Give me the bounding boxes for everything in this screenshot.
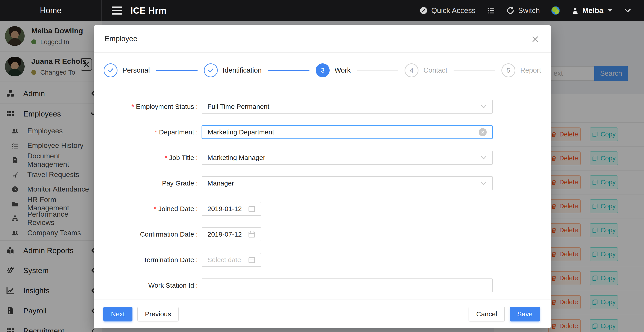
app-brand: ICE Hrm bbox=[130, 6, 166, 16]
form-row-pay-grade: Pay GradeManager bbox=[94, 176, 551, 190]
collapse-navbar-button[interactable] bbox=[624, 7, 632, 14]
user-icon bbox=[572, 7, 579, 14]
date-input-termination-date[interactable]: Select date bbox=[202, 253, 261, 267]
step-connector bbox=[156, 70, 198, 71]
field-value: Manager bbox=[208, 180, 234, 187]
field-label: Work Station Id bbox=[94, 282, 198, 289]
required-asterisk: * bbox=[154, 128, 157, 136]
required-asterisk: * bbox=[165, 154, 168, 161]
clear-input-icon[interactable] bbox=[479, 128, 487, 136]
select-input-job-title[interactable]: Marketing Manager bbox=[202, 151, 493, 165]
form-row-job-title: *Job TitleMarketing Manager bbox=[94, 151, 551, 165]
step-number-circle: 3 bbox=[316, 63, 330, 77]
field-label: Pay Grade bbox=[94, 180, 198, 187]
calendar-icon bbox=[248, 231, 255, 238]
field-label: Termination Date bbox=[94, 256, 198, 264]
step-connector bbox=[268, 70, 310, 71]
cancel-button[interactable]: Cancel bbox=[468, 307, 504, 321]
field-value: 2019-07-12 bbox=[208, 231, 242, 238]
calendar-icon bbox=[248, 205, 255, 212]
modal-title: Employee bbox=[104, 35, 138, 43]
field-label: Confirmation Date bbox=[94, 231, 198, 238]
field-label: *Joined Date bbox=[94, 205, 198, 213]
language-globe-icon[interactable] bbox=[551, 6, 560, 15]
top-navbar: Home ICE Hrm Quick Access bbox=[0, 0, 644, 21]
modal-close-button[interactable] bbox=[529, 33, 542, 46]
step-label: Personal bbox=[122, 66, 150, 74]
field-value: Marketing Department bbox=[208, 128, 274, 136]
x-icon bbox=[481, 130, 485, 134]
select-input-pay-grade[interactable]: Manager bbox=[202, 176, 493, 190]
switch-user-button[interactable]: Switch bbox=[506, 6, 540, 15]
nav-home[interactable]: Home bbox=[0, 0, 102, 21]
step-report[interactable]: 5Report bbox=[502, 63, 541, 77]
switch-icon bbox=[506, 7, 514, 15]
form-row-joined-date: *Joined Date2019-01-12 bbox=[94, 202, 551, 216]
select-arrow bbox=[480, 103, 487, 110]
save-button[interactable]: Save bbox=[510, 307, 540, 321]
user-label: Melba bbox=[582, 6, 603, 15]
field-label: *Employment Status bbox=[94, 103, 198, 110]
step-label: Work bbox=[334, 66, 351, 74]
compass-icon bbox=[420, 7, 428, 15]
select-input-employment-status[interactable]: Full Time Permanent bbox=[202, 100, 493, 114]
form-row-confirmation-date: Confirmation Date2019-07-12 bbox=[94, 227, 551, 241]
calendar-icon bbox=[248, 256, 255, 263]
quick-access-button[interactable]: Quick Access bbox=[420, 6, 476, 15]
step-connector bbox=[357, 70, 398, 71]
field-value: 2019-01-12 bbox=[208, 205, 242, 213]
step-work[interactable]: 3Work bbox=[316, 63, 351, 77]
required-asterisk: * bbox=[132, 103, 134, 110]
select-arrow bbox=[480, 180, 487, 187]
field-value: Marketing Manager bbox=[208, 154, 265, 161]
date-input-joined-date[interactable]: 2019-01-12 bbox=[202, 202, 261, 216]
step-identification[interactable]: Identification bbox=[204, 63, 262, 77]
step-check-circle bbox=[104, 63, 118, 77]
text-input-work-station-id[interactable] bbox=[202, 278, 493, 292]
checklist-icon bbox=[487, 7, 495, 14]
next-button[interactable]: Next bbox=[104, 307, 132, 321]
date-input-confirmation-date[interactable]: 2019-07-12 bbox=[202, 227, 261, 241]
step-connector bbox=[454, 70, 495, 71]
field-placeholder: Select date bbox=[208, 256, 241, 264]
quick-access-label: Quick Access bbox=[431, 6, 476, 15]
step-check-circle bbox=[204, 63, 218, 77]
step-contact[interactable]: 4Contact bbox=[404, 63, 447, 77]
work-step-form: *Employment StatusFull Time Permanent*De… bbox=[94, 88, 551, 299]
step-label: Report bbox=[520, 66, 541, 74]
wizard-steps: PersonalIdentification3Work4Contact5Repo… bbox=[94, 53, 551, 88]
task-list-button[interactable] bbox=[487, 7, 495, 14]
modal-header: Employee bbox=[94, 25, 551, 53]
check-icon bbox=[107, 67, 114, 74]
check-icon bbox=[207, 67, 214, 74]
step-personal[interactable]: Personal bbox=[104, 63, 150, 77]
caret-down-icon bbox=[608, 9, 612, 12]
previous-button[interactable]: Previous bbox=[138, 307, 179, 321]
employee-modal: Employee PersonalIdentification3Work4Con… bbox=[94, 25, 551, 328]
hamburger-menu-icon[interactable] bbox=[112, 7, 122, 15]
form-row-termination-date: Termination DateSelect date bbox=[94, 253, 551, 267]
step-number-circle: 4 bbox=[404, 63, 418, 77]
form-row-employment-status: *Employment StatusFull Time Permanent bbox=[94, 100, 551, 114]
modal-footer: Next Previous Cancel Save bbox=[94, 299, 551, 328]
app-root: ext Search DeleteCopyDeleteCopyDeleteCop… bbox=[0, 0, 644, 332]
field-label: *Job Title bbox=[94, 154, 198, 161]
form-row-department: *DepartmentMarketing Department bbox=[94, 125, 551, 139]
home-label: Home bbox=[40, 6, 61, 15]
close-icon bbox=[532, 35, 539, 43]
switch-label: Switch bbox=[518, 6, 540, 15]
step-label: Contact bbox=[423, 66, 447, 74]
user-menu[interactable]: Melba bbox=[572, 6, 612, 15]
field-label: *Department bbox=[94, 128, 198, 136]
step-number-circle: 5 bbox=[502, 63, 515, 77]
autocomplete-input-department[interactable]: Marketing Department bbox=[202, 125, 493, 139]
select-arrow bbox=[480, 154, 487, 161]
field-value: Full Time Permanent bbox=[208, 103, 270, 110]
step-label: Identification bbox=[223, 66, 262, 74]
chevron-down-icon bbox=[624, 7, 632, 14]
required-asterisk: * bbox=[154, 205, 157, 212]
form-row-work-station-id: Work Station Id bbox=[94, 278, 551, 292]
